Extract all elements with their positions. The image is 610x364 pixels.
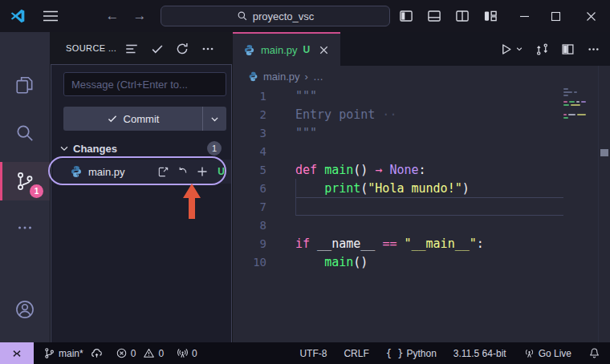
sidebar-item-search[interactable] <box>0 114 50 152</box>
remote-indicator[interactable] <box>0 342 34 364</box>
sidebar-title: SOURCE ... <box>66 43 116 53</box>
more-actions-icon[interactable] <box>587 42 600 56</box>
line-number: 10 <box>233 256 266 269</box>
accounts-button[interactable] <box>0 290 50 329</box>
language-status[interactable]: { } Python <box>386 348 437 359</box>
code-line[interactable]: 5def main() → None: <box>233 160 610 179</box>
broadcast-icon <box>177 347 189 359</box>
code-line[interactable]: 2Entry point ·· <box>233 105 610 123</box>
code-line[interactable]: 4 <box>233 142 610 160</box>
stage-changes-icon[interactable] <box>196 165 209 178</box>
python-icon <box>248 71 258 82</box>
breadcrumb-file[interactable]: main.py <box>263 71 300 83</box>
code-line[interactable]: 10 main() <box>233 253 610 271</box>
tab-untracked-badge: U <box>303 44 311 55</box>
ports-count: 0 <box>192 348 197 359</box>
check-icon <box>107 113 118 124</box>
open-file-icon[interactable] <box>157 166 169 178</box>
vscode-window: ← → proyecto_vsc <box>0 0 610 364</box>
go-live-icon <box>523 347 535 359</box>
line-number: 2 <box>233 108 266 121</box>
language-name: Python <box>406 348 436 359</box>
back-icon[interactable]: ← <box>101 0 124 32</box>
line-number: 7 <box>233 200 266 213</box>
layout-controls <box>399 0 498 32</box>
commit-dropdown[interactable] <box>202 107 226 131</box>
go-live-label: Go Live <box>539 348 571 359</box>
minimap[interactable] <box>563 88 594 120</box>
scrollbar-thumb[interactable] <box>600 149 608 156</box>
account-icon <box>14 299 35 320</box>
code-editor[interactable]: 1"""2Entry point ··3"""45def main() → No… <box>233 87 610 342</box>
run-python-button[interactable] <box>499 42 523 56</box>
toggle-secondary-sidebar-icon[interactable] <box>455 9 470 23</box>
code-line[interactable]: 9if __name__ == "__main__": <box>233 234 610 253</box>
commit-check-icon[interactable] <box>150 42 165 56</box>
changes-label: Changes <box>73 143 117 155</box>
editor-group: main.py U <box>233 32 610 342</box>
sidebar-item-source-control[interactable]: 1 <box>0 162 50 200</box>
chevron-down-icon <box>515 45 523 53</box>
indent-guide <box>295 179 296 216</box>
problems-status[interactable]: 0 0 <box>116 347 164 359</box>
bell-icon[interactable] <box>588 347 600 359</box>
eol-status[interactable]: CRLF <box>344 348 368 359</box>
breadcrumb[interactable]: main.py › … <box>233 66 610 87</box>
open-changes-icon[interactable] <box>535 42 549 56</box>
toggle-sidebar-icon[interactable] <box>399 9 413 23</box>
maximize-icon[interactable] <box>543 0 568 32</box>
commit-message-input[interactable]: Message (Ctrl+Enter to... <box>63 72 226 96</box>
ports-status[interactable]: 0 <box>177 347 197 359</box>
code-line[interactable]: 7 <box>233 197 610 216</box>
sidebar-item-explorer[interactable] <box>0 66 50 104</box>
toggle-panel-icon[interactable] <box>427 9 441 23</box>
git-branch-icon <box>43 347 55 359</box>
go-live-button[interactable]: Go Live <box>523 347 571 359</box>
line-number: 9 <box>233 237 266 250</box>
customize-layout-icon[interactable] <box>483 9 498 23</box>
search-icon <box>14 123 35 144</box>
breadcrumb-separator: › <box>305 71 308 83</box>
menu-icon[interactable] <box>42 8 59 24</box>
braces-icon: { } <box>386 348 404 359</box>
warnings-count: 0 <box>158 348 164 359</box>
tab-label: main.py <box>261 44 298 56</box>
remote-icon <box>10 347 23 360</box>
code-line[interactable]: 6 print("Hola mundo!") <box>233 179 610 197</box>
editor-actions <box>499 32 600 66</box>
discard-changes-icon[interactable] <box>177 166 189 178</box>
close-icon[interactable] <box>578 0 604 32</box>
chevron-down-icon <box>59 143 70 154</box>
changes-section-header[interactable]: Changes 1 <box>51 138 231 159</box>
minimize-icon[interactable] <box>511 0 537 32</box>
refresh-icon[interactable] <box>175 42 189 56</box>
code-line[interactable]: 1""" <box>233 87 610 105</box>
errors-count: 0 <box>131 348 136 359</box>
tab-close-icon[interactable] <box>318 44 330 56</box>
commit-button[interactable]: Commit <box>63 107 226 131</box>
changed-file-row[interactable]: main.py U <box>53 160 231 184</box>
line-number: 3 <box>233 127 266 140</box>
activity-bar: 1 <box>0 32 50 342</box>
split-editor-icon[interactable] <box>561 42 575 56</box>
encoding-status[interactable]: UTF-8 <box>299 348 327 359</box>
chevron-down-icon <box>209 114 220 124</box>
code-line[interactable]: 3""" <box>233 123 610 142</box>
vscode-logo-icon <box>10 8 26 24</box>
view-as-list-icon[interactable] <box>124 42 139 56</box>
python-icon <box>70 165 83 178</box>
forward-icon[interactable]: → <box>128 0 151 32</box>
command-center-search[interactable]: proyecto_vsc <box>161 6 390 26</box>
code-lines: 1"""2Entry point ··3"""45def main() → No… <box>233 87 610 271</box>
code-line[interactable]: 8 <box>233 216 610 234</box>
breadcrumb-more[interactable]: … <box>313 71 323 83</box>
branch-status[interactable]: main* <box>43 347 103 359</box>
status-left: main* 0 0 <box>43 347 197 359</box>
branch-name: main* <box>59 348 83 359</box>
untracked-badge: U <box>218 166 225 177</box>
interpreter-status[interactable]: 3.11.5 64-bit <box>453 348 506 359</box>
sidebar-item-more-views[interactable] <box>0 208 50 247</box>
more-actions-icon[interactable] <box>201 42 215 56</box>
search-value: proyecto_vsc <box>253 10 315 22</box>
tab-main-py[interactable]: main.py U <box>233 32 340 66</box>
